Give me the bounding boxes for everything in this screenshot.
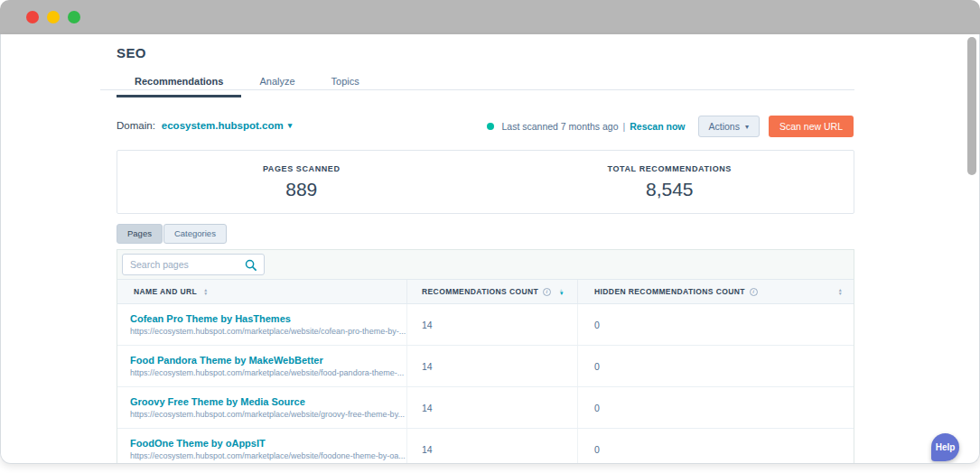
search-input[interactable] — [130, 259, 245, 270]
recommendations-count: 14 — [422, 320, 577, 330]
table-header-row: NAME AND URL ▲ ▼ RECOMMENDATIONS COUNT i… — [117, 279, 854, 304]
separator: | — [622, 121, 625, 132]
column-label: HIDDEN RECOMMENDATIONS COUNT — [594, 287, 745, 296]
cell-recommendations-count: 14 — [406, 346, 577, 386]
cell-name-and-url: Food Pandora Theme by MakeWebBetter http… — [117, 346, 406, 386]
sort-icon[interactable]: ▲ ▼ — [203, 288, 208, 295]
column-label: NAME AND URL — [134, 287, 197, 296]
sort-desc-icon: ▼ — [203, 292, 208, 295]
info-icon[interactable]: i — [750, 288, 758, 296]
minimize-window-button[interactable] — [47, 11, 60, 23]
column-header-hidden-recommendations-count[interactable]: HIDDEN RECOMMENDATIONS COUNT i ▲ ▼ — [577, 280, 854, 303]
domain-select[interactable]: ecosystem.hubspot.com ▾ — [162, 120, 292, 131]
scan-new-url-button[interactable]: Scan new URL — [769, 116, 854, 137]
pages-table: NAME AND URL ▲ ▼ RECOMMENDATIONS COUNT i… — [117, 249, 854, 464]
table-row: Food Pandora Theme by MakeWebBetter http… — [117, 346, 854, 387]
chevron-down-icon: ▾ — [745, 123, 749, 131]
column-label: RECOMMENDATIONS COUNT — [422, 287, 538, 296]
sort-icon-active-desc[interactable]: ▲ ▼ — [559, 288, 565, 295]
recommendations-count: 14 — [422, 403, 577, 413]
table-row: Groovy Free Theme by Media Source https:… — [117, 387, 854, 429]
help-button[interactable]: Help — [931, 433, 959, 461]
page-name-link[interactable]: FoodOne Theme by oAppsIT — [130, 438, 406, 449]
table-row: FoodOne Theme by oAppsIT https://ecosyst… — [117, 429, 854, 464]
column-header-recommendations-count[interactable]: RECOMMENDATIONS COUNT i ▲ ▼ — [406, 280, 577, 303]
cell-hidden-recommendations-count: 0 — [577, 304, 854, 345]
page-title: SEO — [117, 45, 146, 60]
toggle-categories[interactable]: Categories — [163, 224, 227, 244]
column-label-group: RECOMMENDATIONS COUNT i — [422, 287, 551, 296]
sort-icon[interactable]: ▲ ▼ — [838, 288, 843, 295]
last-scanned-text: Last scanned 7 months ago — [501, 121, 618, 132]
page-name-link[interactable]: Groovy Free Theme by Media Source — [130, 396, 406, 407]
toolbar-right-group: Last scanned 7 months ago | Rescan now A… — [487, 116, 854, 137]
main-tabs: Recommendations Analyze Topics — [117, 70, 378, 97]
page-url: https://ecosystem.hubspot.com/marketplac… — [130, 451, 406, 460]
column-header-name-and-url[interactable]: NAME AND URL ▲ ▼ — [117, 280, 406, 303]
hidden-recommendations-count: 0 — [594, 361, 854, 372]
tab-topics[interactable]: Topics — [313, 70, 378, 97]
hidden-recommendations-count: 0 — [594, 403, 854, 413]
page-url: https://ecosystem.hubspot.com/marketplac… — [130, 410, 406, 419]
domain-label: Domain: — [117, 120, 155, 131]
info-icon[interactable]: i — [543, 288, 551, 296]
column-label-group: HIDDEN RECOMMENDATIONS COUNT i — [594, 287, 758, 296]
page-name-link[interactable]: Cofean Pro Theme by HasThemes — [130, 313, 406, 324]
page-name-link[interactable]: Food Pandora Theme by MakeWebBetter — [130, 355, 406, 366]
page-url: https://ecosystem.hubspot.com/marketplac… — [130, 368, 406, 377]
actions-dropdown-button[interactable]: Actions ▾ — [698, 116, 760, 137]
close-window-button[interactable] — [26, 11, 39, 23]
page-url: https://ecosystem.hubspot.com/marketplac… — [130, 327, 406, 336]
cell-recommendations-count: 14 — [406, 387, 577, 428]
stat-pages-scanned: PAGES SCANNED 889 — [117, 151, 486, 213]
recommendations-count: 14 — [422, 361, 577, 372]
tab-analyze[interactable]: Analyze — [241, 70, 313, 97]
hidden-recommendations-count: 0 — [594, 320, 854, 330]
sort-desc-icon: ▼ — [559, 292, 565, 295]
tab-recommendations[interactable]: Recommendations — [117, 70, 241, 97]
stat-value: 8,545 — [486, 179, 854, 200]
view-toggle: Pages Categories — [117, 224, 227, 244]
cell-recommendations-count: 14 — [406, 304, 577, 345]
cell-hidden-recommendations-count: 0 — [577, 387, 854, 428]
zoom-window-button[interactable] — [68, 11, 80, 23]
search-icon[interactable] — [245, 259, 257, 271]
cell-name-and-url: Cofean Pro Theme by HasThemes https://ec… — [117, 304, 406, 345]
scan-stats-card: PAGES SCANNED 889 TOTAL RECOMMENDATIONS … — [117, 150, 854, 214]
stat-value: 889 — [117, 179, 486, 200]
domain-value: ecosystem.hubspot.com — [162, 120, 284, 131]
stat-total-recommendations: TOTAL RECOMMENDATIONS 8,545 — [486, 151, 854, 213]
cell-hidden-recommendations-count: 0 — [577, 346, 854, 386]
toolbar: Domain: ecosystem.hubspot.com ▾ Last sca… — [117, 116, 854, 141]
recommendations-count: 14 — [422, 444, 577, 455]
cell-name-and-url: FoodOne Theme by oAppsIT https://ecosyst… — [117, 429, 406, 464]
table-row: Cofean Pro Theme by HasThemes https://ec… — [117, 304, 854, 346]
cell-hidden-recommendations-count: 0 — [577, 429, 854, 464]
table-search-strip — [117, 250, 854, 279]
vertical-scrollbar[interactable] — [967, 37, 976, 175]
cell-name-and-url: Groovy Free Theme by Media Source https:… — [117, 387, 406, 428]
stat-label: TOTAL RECOMMENDATIONS — [486, 164, 854, 173]
app-window: SEO Recommendations Analyze Topics Domai… — [0, 34, 980, 464]
domain-selector-group: Domain: ecosystem.hubspot.com ▾ — [117, 120, 292, 131]
toggle-pages[interactable]: Pages — [117, 224, 163, 244]
search-box — [122, 254, 265, 275]
hidden-recommendations-count: 0 — [594, 444, 854, 455]
actions-label: Actions — [709, 121, 740, 132]
stat-label: PAGES SCANNED — [117, 164, 486, 173]
rescan-now-link[interactable]: Rescan now — [630, 121, 685, 132]
scan-status-dot-icon — [487, 123, 494, 130]
window-titlebar — [0, 0, 980, 34]
chevron-down-icon: ▾ — [288, 121, 293, 130]
cell-recommendations-count: 14 — [406, 429, 577, 464]
sort-desc-icon: ▼ — [838, 292, 843, 295]
